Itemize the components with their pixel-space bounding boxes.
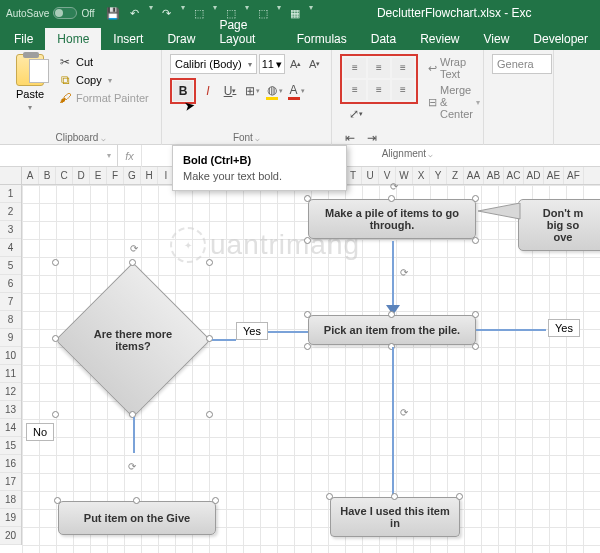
qat-custom-1-icon[interactable]: ⬚ [189,3,209,23]
selection-handle[interactable] [472,195,479,202]
flow-shape-side-note[interactable]: Don't m big so ove [518,199,600,251]
tab-insert[interactable]: Insert [101,28,155,50]
selection-handle[interactable] [206,411,213,418]
select-all-corner[interactable] [0,167,22,184]
tab-formulas[interactable]: Formulas [285,28,359,50]
tab-view[interactable]: View [472,28,522,50]
tab-data[interactable]: Data [359,28,408,50]
borders-button[interactable]: ⊞ [242,81,262,101]
row-16[interactable]: 16 [0,455,21,473]
selection-handle[interactable] [54,497,61,504]
row-14[interactable]: 14 [0,419,21,437]
col-E[interactable]: E [90,167,107,184]
row-3[interactable]: 3 [0,221,21,239]
rotate-handle-icon[interactable]: ⟳ [398,407,410,419]
cut-button[interactable]: ✂Cut [56,54,151,70]
tab-developer[interactable]: Developer [521,28,600,50]
row-13[interactable]: 13 [0,401,21,419]
autosave-toggle[interactable]: AutoSave Off [6,7,95,19]
format-painter-button[interactable]: 🖌Format Painter [56,90,151,106]
selection-handle[interactable] [326,493,333,500]
align-bottom-left[interactable]: ≡ [344,80,366,100]
flow-label-yes-2[interactable]: Yes [548,319,580,337]
merge-center-button[interactable]: ⊟Merge & Center [424,82,484,122]
col-AD[interactable]: AD [524,167,544,184]
selection-handle[interactable] [304,195,311,202]
row-6[interactable]: 6 [0,275,21,293]
rotate-handle-icon[interactable]: ⟳ [126,461,138,473]
row-11[interactable]: 11 [0,365,21,383]
row-5[interactable]: 5 [0,257,21,275]
save-icon[interactable]: 💾 [103,3,123,23]
col-AF[interactable]: AF [564,167,584,184]
orientation-button[interactable]: ⤢▾ [346,104,366,124]
redo-icon[interactable]: ↷ [157,3,177,23]
flow-shape-make-pile[interactable]: Make a pile of items to go through. [308,199,476,239]
col-H[interactable]: H [141,167,158,184]
selection-handle[interactable] [304,311,311,318]
selection-handle[interactable] [388,311,395,318]
align-bottom-right[interactable]: ≡ [392,80,414,100]
flow-label-no-1[interactable]: No [26,423,54,441]
selection-handle[interactable] [388,195,395,202]
underline-button[interactable]: U▾ [220,81,240,101]
selection-handle[interactable] [133,497,140,504]
selection-handle[interactable] [456,493,463,500]
wrap-text-button[interactable]: ↩Wrap Text [424,54,484,82]
align-top-right[interactable]: ≡ [392,58,414,78]
row-18[interactable]: 18 [0,491,21,509]
col-G[interactable]: G [124,167,141,184]
qat-custom-4-icon[interactable]: ▦ [285,3,305,23]
row-15[interactable]: 15 [0,437,21,455]
decrease-font-button[interactable]: A▾ [306,54,323,74]
selection-handle[interactable] [472,343,479,350]
col-AA[interactable]: AA [464,167,484,184]
flow-decision-have-used[interactable]: Have I used this item in [330,497,460,537]
increase-indent-button[interactable]: ⇥ [362,128,382,148]
selection-handle[interactable] [52,411,59,418]
tab-page-layout[interactable]: Page Layout [207,14,284,50]
selection-handle[interactable] [304,343,311,350]
name-box[interactable]: ▾ [0,145,118,167]
row-10[interactable]: 10 [0,347,21,365]
tab-draw[interactable]: Draw [155,28,207,50]
increase-font-button[interactable]: A▴ [287,54,304,74]
number-format-select[interactable]: Genera [492,54,552,74]
tab-file[interactable]: File [0,28,45,50]
qat-drop-4[interactable]: ▾ [307,3,315,23]
flow-label-yes-1[interactable]: Yes [236,322,268,340]
col-B[interactable]: B [39,167,56,184]
tab-home[interactable]: Home [45,28,101,50]
selection-handle[interactable] [212,497,219,504]
row-7[interactable]: 7 [0,293,21,311]
row-8[interactable]: 8 [0,311,21,329]
undo-dropdown[interactable]: ▾ [147,3,155,23]
col-F[interactable]: F [107,167,124,184]
col-AB[interactable]: AB [484,167,504,184]
col-Y[interactable]: Y [430,167,447,184]
selection-handle[interactable] [52,335,59,342]
selection-handle[interactable] [472,237,479,244]
fill-color-button[interactable]: ◍ [264,81,284,101]
row-9[interactable]: 9 [0,329,21,347]
paste-button[interactable]: Paste▾ [8,54,52,112]
col-C[interactable]: C [56,167,73,184]
col-AC[interactable]: AC [504,167,524,184]
selection-handle[interactable] [391,493,398,500]
fx-icon[interactable]: fx [118,145,142,167]
rotate-handle-icon[interactable]: ⟳ [128,243,140,255]
rotate-handle-icon[interactable]: ⟳ [398,267,410,279]
row-12[interactable]: 12 [0,383,21,401]
row-4[interactable]: 4 [0,239,21,257]
flow-shape-pick-item[interactable]: Pick an item from the pile. [308,315,476,345]
flow-shape-put-give[interactable]: Put item on the Give [58,501,216,535]
row-2[interactable]: 2 [0,203,21,221]
align-top-center[interactable]: ≡ [368,58,390,78]
col-D[interactable]: D [73,167,90,184]
col-AE[interactable]: AE [544,167,564,184]
italic-button[interactable]: I [198,81,218,101]
selection-handle[interactable] [206,259,213,266]
bold-button[interactable]: B [173,81,193,101]
redo-dropdown[interactable]: ▾ [179,3,187,23]
row-19[interactable]: 19 [0,509,21,527]
